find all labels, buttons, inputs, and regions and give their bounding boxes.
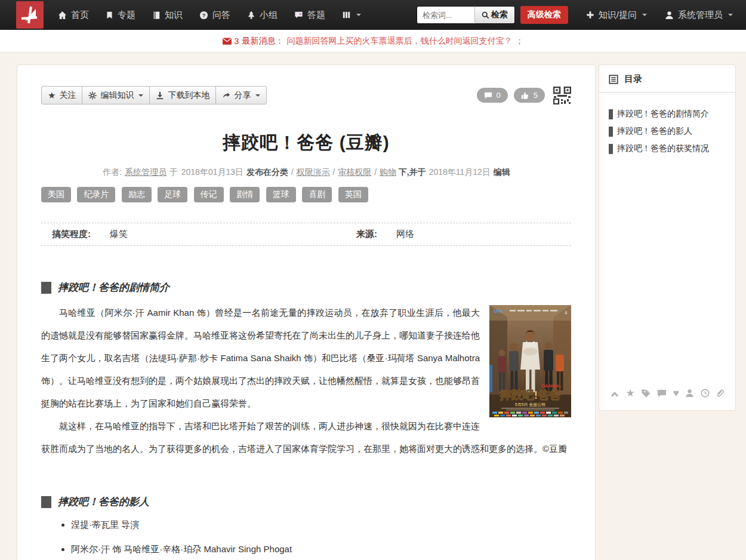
author-link[interactable]: 系统管理员 (125, 167, 167, 177)
search-box: 检索 (417, 6, 515, 24)
toc-item[interactable]: 摔跤吧！爸爸的影人 (609, 126, 726, 137)
heart-icon[interactable]: ♥ (673, 388, 679, 398)
tag[interactable]: 喜剧 (302, 187, 332, 202)
edit-button-label: 编辑知识 (100, 90, 134, 101)
tag[interactable]: 美国 (41, 187, 71, 202)
toc-item-label: 摔跤吧！爸爸的获奖情况 (617, 143, 709, 154)
download-button-label: 下载到本地 (168, 90, 209, 101)
article-card: ★ 关注 编辑知识 下载到本地 分享 (17, 64, 596, 560)
nav-item-quiz[interactable]: 答题 (286, 0, 334, 30)
main-nav: 首页 专题 知识 ? 问答 小组 答题 (50, 0, 369, 30)
create-menu-label: 知识/提问 (599, 10, 637, 21)
category-link[interactable]: 购物 (380, 167, 396, 177)
comment-count-badge[interactable]: 0 (477, 88, 508, 103)
search-button-label: 检索 (491, 10, 508, 20)
category-link[interactable]: 权限演示 (297, 167, 330, 177)
section-title: 摔跤吧！爸爸的影人 (58, 495, 149, 509)
user-icon[interactable] (685, 389, 694, 398)
meta-text: 下,并于 (399, 167, 426, 177)
notice-suffix: ； (515, 36, 523, 47)
poster-mark: a (565, 309, 568, 315)
tag[interactable]: 纪录片 (77, 187, 115, 202)
site-logo[interactable] (16, 1, 44, 29)
advanced-search-button[interactable]: 高级检索 (520, 6, 568, 24)
article-toolbar: ★ 关注 编辑知识 下载到本地 分享 (41, 86, 571, 104)
category-link[interactable]: 审核权限 (338, 167, 371, 177)
search-icon (482, 11, 489, 19)
clock-icon[interactable] (701, 389, 710, 398)
notice-message-link[interactable]: 问题新回答网上买的火车票退票后，钱什么时间返回支付宝？ (286, 36, 512, 47)
chevron-down-icon (356, 14, 361, 16)
nav-apps-menu[interactable] (334, 0, 369, 30)
tag-icon[interactable] (641, 389, 651, 398)
grid-icon (342, 11, 351, 19)
share-button[interactable]: 分享 (215, 86, 267, 104)
meta-separator: / (291, 167, 294, 177)
star-icon[interactable]: ★ (625, 388, 634, 398)
toc-icon (609, 75, 618, 84)
chevron-down-icon (255, 94, 260, 97)
poster-title: 摔跤吧!爸爸 (500, 389, 560, 401)
like-count: 5 (534, 91, 538, 100)
nav-item-groups[interactable]: 小组 (239, 0, 286, 30)
plus-icon (586, 11, 594, 19)
nav-item-label: 首页 (71, 10, 89, 21)
field-label: 来源: (346, 229, 377, 240)
nav-item-topics[interactable]: 专题 (97, 0, 144, 30)
article-body: UTV a DANGAL 摔跤吧!爸爸 5月5日 全国公映 马哈维亚（阿米尔·汗… (41, 301, 571, 460)
section-title: 摔跤吧！爸爸的剧情简介 (58, 281, 169, 294)
chat-icon (294, 11, 303, 19)
publish-date: 2018年01月13日 (181, 167, 243, 177)
chevron-up-icon[interactable] (610, 389, 619, 398)
star-icon: ★ (48, 90, 56, 101)
field-value: 爆笑 (91, 229, 128, 240)
tag[interactable]: 英国 (338, 187, 368, 202)
follow-button-label: 关注 (59, 90, 76, 101)
field-row: 来源: 网络 (346, 229, 414, 240)
user-menu[interactable]: 系统管理员 (665, 10, 733, 21)
search-input[interactable] (417, 6, 474, 24)
gear-icon (88, 91, 97, 100)
tag-list: 美国 纪录片 励志 足球 传记 剧情 篮球 喜剧 英国 (41, 187, 571, 202)
paperclip-icon[interactable] (716, 389, 725, 398)
toc-item-label: 摔跤吧！爸爸的影人 (617, 126, 692, 137)
tree-icon (247, 11, 255, 20)
toc-item-marker (609, 109, 613, 119)
edit-knowledge-button[interactable]: 编辑知识 (82, 86, 150, 104)
search-button[interactable]: 检索 (474, 6, 515, 24)
nav-item-knowledge[interactable]: 知识 (144, 0, 191, 30)
tag[interactable]: 励志 (122, 187, 152, 202)
movie-poster: UTV a DANGAL 摔跤吧!爸爸 5月5日 全国公映 (489, 305, 571, 417)
tag[interactable]: 篮球 (266, 187, 296, 202)
chevron-down-icon (728, 14, 733, 16)
cast-item: 阿米尔·汗 饰 马哈维亚·辛格·珀尕 Mahavir Singh Phogat (71, 544, 571, 555)
bookmark-icon (106, 11, 113, 20)
toc-item[interactable]: 摔跤吧！爸爸的获奖情况 (609, 143, 726, 154)
download-button[interactable]: 下载到本地 (149, 86, 216, 104)
toc-item-marker (609, 127, 613, 137)
chevron-down-icon (642, 14, 647, 16)
follow-button[interactable]: ★ 关注 (41, 86, 82, 104)
nav-item-qa[interactable]: ? 问答 (191, 0, 239, 30)
meta-separator: / (374, 167, 377, 177)
navbar-right: 检索 高级检索 知识/提问 系统管理员 (417, 6, 733, 24)
nav-item-label: 问答 (212, 10, 230, 21)
section-heading-plot: 摔跤吧！爸爸的剧情简介 (41, 281, 571, 294)
comment-icon[interactable] (657, 389, 667, 398)
notice-count: 3 (235, 36, 239, 46)
share-button-label: 分享 (234, 90, 251, 101)
like-count-badge[interactable]: 5 (514, 88, 545, 103)
svg-text:?: ? (202, 12, 206, 18)
tag[interactable]: 传记 (194, 187, 224, 202)
tag[interactable]: 足球 (158, 187, 187, 202)
tag[interactable]: 剧情 (230, 187, 260, 202)
meta-text: 于 (169, 167, 178, 177)
qr-code-icon[interactable] (553, 87, 571, 104)
create-menu[interactable]: 知识/提问 (586, 10, 647, 21)
nav-item-home[interactable]: 首页 (50, 0, 97, 30)
toc-item[interactable]: 摔跤吧！爸爸的剧情简介 (609, 109, 726, 119)
notice-bar: 3 最新消息： 问题新回答网上买的火车票退票后，钱什么时间返回支付宝？ ； (0, 30, 746, 53)
edit-date: 2018年11月12日 (429, 167, 491, 177)
logo-icon (20, 5, 40, 25)
question-icon: ? (199, 11, 208, 20)
